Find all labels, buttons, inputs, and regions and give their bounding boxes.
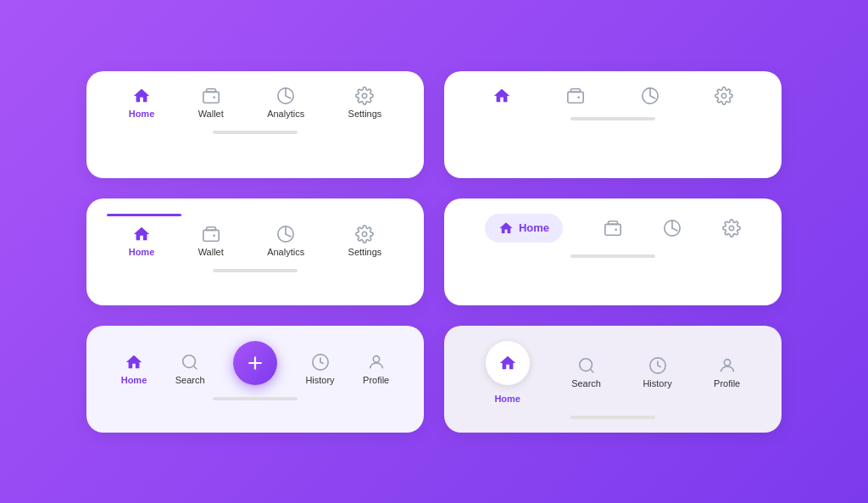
settings-icon-3 <box>355 225 374 243</box>
settings-icon-4 <box>722 219 741 238</box>
nav-item-history-6[interactable]: History <box>643 356 671 388</box>
search-icon-6 <box>577 356 596 375</box>
home-icon-2 <box>492 87 511 105</box>
svg-point-9 <box>213 234 215 237</box>
indicator-bar-3 <box>107 214 403 216</box>
navbar-card-3: Home Wallet <box>86 198 424 305</box>
navbar-card-5: Home Search <box>86 326 424 433</box>
nav-item-settings-4[interactable] <box>722 219 741 238</box>
wallet-icon-2 <box>566 87 585 105</box>
settings-label-3: Settings <box>348 247 382 257</box>
nav-item-home-5[interactable]: Home <box>121 353 147 385</box>
svg-point-15 <box>729 226 734 231</box>
bottom-line-6 <box>570 416 655 419</box>
nav-item-analytics-3[interactable]: Analytics <box>267 225 304 257</box>
nav-items-1: Home Wallet <box>107 87 403 119</box>
bottom-line-5 <box>213 397 298 400</box>
nav-item-wallet-2[interactable] <box>566 87 585 105</box>
home-label-5: Home <box>121 375 147 385</box>
nav-item-home-1[interactable]: Home <box>129 87 155 119</box>
svg-point-18 <box>373 355 379 361</box>
svg-point-3 <box>363 93 368 98</box>
nav-items-2 <box>465 87 761 105</box>
bottom-line-3 <box>213 269 298 272</box>
nav-item-analytics-1[interactable]: Analytics <box>267 87 304 119</box>
nav-item-analytics-4[interactable] <box>663 219 682 238</box>
svg-point-11 <box>363 232 368 237</box>
nav-item-history-5[interactable]: History <box>305 353 334 385</box>
nav-items-4: Home <box>465 214 761 243</box>
home-icon-5 <box>125 353 143 372</box>
search-label-6: Search <box>571 378 601 388</box>
fab-item-5[interactable] <box>233 341 277 385</box>
nav-item-wallet-3[interactable]: Wallet <box>198 225 224 257</box>
history-icon-5 <box>311 353 330 372</box>
home-label-3: Home <box>129 247 155 257</box>
nav-item-settings-3[interactable]: Settings <box>348 225 382 257</box>
fab-button-5[interactable] <box>233 341 277 385</box>
nav-item-home-2[interactable] <box>492 87 511 105</box>
nav-item-search-5[interactable]: Search <box>175 353 205 385</box>
home-label-6: Home <box>494 394 520 404</box>
nav-items-5: Home Search <box>107 341 403 385</box>
nav-item-wallet-1[interactable]: Wallet <box>198 87 224 119</box>
search-label-5: Search <box>175 375 205 385</box>
profile-icon-6 <box>718 356 737 375</box>
home-icon-3 <box>132 225 151 243</box>
wallet-label-1: Wallet <box>198 109 224 119</box>
svg-point-19 <box>579 358 592 371</box>
search-icon-5 <box>181 353 199 372</box>
home-icon <box>132 87 151 105</box>
analytics-icon <box>276 87 295 105</box>
nav-item-settings-1[interactable]: Settings <box>348 87 382 119</box>
bottom-line-4 <box>570 254 655 258</box>
navbar-card-1: Home Wallet <box>86 71 424 178</box>
svg-rect-0 <box>203 92 219 103</box>
nav-item-profile-6[interactable]: Profile <box>714 356 740 388</box>
bottom-line-1 <box>213 131 298 134</box>
nav-item-home-3[interactable]: Home <box>129 225 155 257</box>
analytics-icon-3 <box>276 225 295 243</box>
navbar-card-4: Home <box>444 198 782 305</box>
profile-icon-5 <box>367 353 386 372</box>
navbar-card-2 <box>444 71 782 178</box>
analytics-label-3: Analytics <box>267 247 304 257</box>
home-pill-label: Home <box>519 221 549 234</box>
nav-item-home-6[interactable]: Home <box>486 341 530 404</box>
bottom-line-2 <box>570 117 655 120</box>
navbar-card-6: Home Search <box>444 326 782 433</box>
profile-label-6: Profile <box>714 378 740 388</box>
nav-item-profile-5[interactable]: Profile <box>363 353 389 385</box>
wallet-icon-3 <box>202 225 220 243</box>
settings-icon <box>355 87 374 105</box>
svg-rect-4 <box>568 92 583 103</box>
history-label-6: History <box>643 378 671 388</box>
analytics-icon-2 <box>641 87 659 105</box>
svg-point-16 <box>183 355 196 367</box>
svg-point-5 <box>578 96 581 98</box>
wallet-label-3: Wallet <box>198 247 224 257</box>
circle-home-button[interactable] <box>486 341 530 385</box>
nav-item-wallet-4[interactable] <box>604 219 622 238</box>
wallet-icon-4 <box>604 219 622 238</box>
svg-point-13 <box>615 228 617 231</box>
svg-point-7 <box>722 93 727 98</box>
svg-rect-12 <box>605 224 620 235</box>
nav-item-search-6[interactable]: Search <box>571 356 601 388</box>
active-indicator-3 <box>107 214 181 216</box>
svg-rect-8 <box>203 230 219 241</box>
svg-point-21 <box>724 359 730 365</box>
profile-label-5: Profile <box>363 375 389 385</box>
nav-item-analytics-2[interactable] <box>641 87 659 105</box>
analytics-label-1: Analytics <box>267 109 304 119</box>
history-label-5: History <box>305 375 334 385</box>
analytics-icon-4 <box>663 219 682 238</box>
wallet-icon <box>202 87 220 105</box>
nav-item-home-4[interactable]: Home <box>485 214 563 243</box>
nav-item-settings-2[interactable] <box>715 87 733 105</box>
settings-icon-2 <box>715 87 733 105</box>
history-icon-6 <box>648 356 667 375</box>
svg-point-1 <box>213 96 215 98</box>
nav-items-3: Home Wallet <box>107 225 403 257</box>
nav-items-6: Home Search <box>465 341 761 404</box>
